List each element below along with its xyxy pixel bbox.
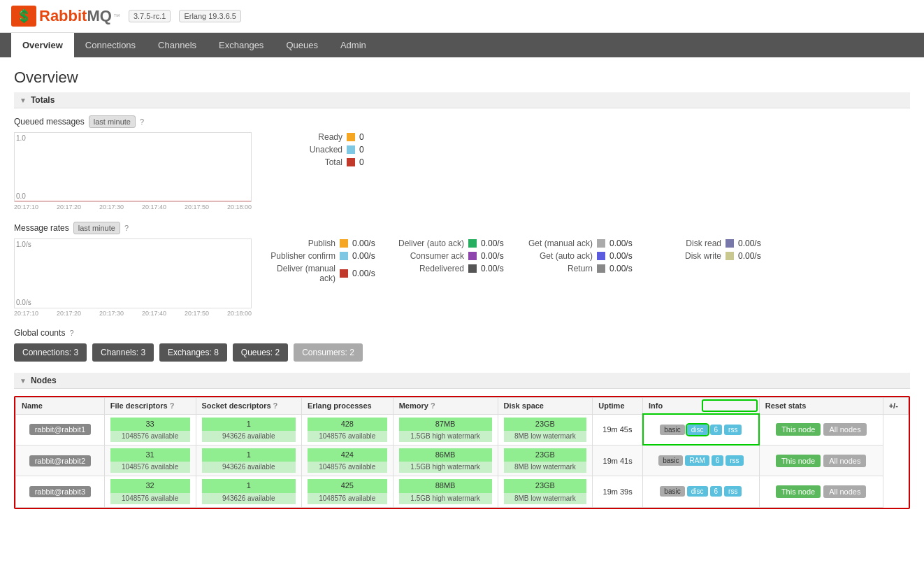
rate-pub-confirm-dot [340, 252, 348, 260]
all-nodes-btn[interactable]: All nodes [823, 455, 866, 467]
reset-buttons: This node All nodes [776, 455, 867, 467]
info-rss-btn[interactable]: rss [726, 455, 743, 466]
info-type-btn[interactable]: disc [687, 486, 708, 497]
chart-y-top: 1.0 [16, 134, 26, 142]
stat-total-value: 0 [359, 157, 364, 167]
rate-redelivered: Redelivered 0.00/s [394, 264, 509, 273]
nodes-tbody: rabbit@rabbit1 33 1048576 available 1 94… [16, 414, 909, 507]
rtime-0: 20:17:10 [14, 310, 38, 317]
rates-chart-y-bottom: 0.0/s [16, 299, 31, 306]
logo-icon: 💲 [11, 6, 36, 27]
global-counts-help[interactable]: ? [69, 329, 73, 337]
memory-sub: 1.5GB high watermark [399, 493, 492, 504]
erlang-main: 424 [308, 448, 387, 462]
info-rss-btn[interactable]: rss [724, 425, 742, 435]
rates-time-badge[interactable]: last minute [73, 222, 120, 234]
info-6-btn[interactable]: 6 [712, 455, 724, 466]
time-5: 20:18:00 [227, 204, 252, 211]
chart-y-bottom: 0.0 [16, 192, 26, 200]
info-6-btn[interactable]: 6 [710, 486, 723, 497]
rate-get-auto-value: 0.00/s [609, 251, 637, 261]
info-6-btn[interactable]: 6 [710, 425, 723, 435]
time-2: 20:17:30 [99, 204, 124, 211]
consumers-count-btn[interactable]: Consumers: 2 [294, 343, 363, 362]
queued-help[interactable]: ? [140, 117, 144, 126]
info-type-btn[interactable]: disc [687, 425, 708, 435]
reset-stats-cell: This node All nodes [759, 445, 883, 476]
nav-channels[interactable]: Channels [147, 33, 208, 57]
info-rss-btn[interactable]: rss [724, 486, 742, 497]
rates-help[interactable]: ? [124, 224, 129, 232]
exchanges-count-btn[interactable]: Exchanges: 8 [159, 343, 227, 362]
socket-desc-cell: 1 943626 available [196, 414, 301, 445]
memory-sub: 1.5GB high watermark [399, 462, 492, 473]
queues-count-btn[interactable]: Queues: 2 [233, 343, 288, 362]
this-node-btn[interactable]: This node [776, 423, 821, 436]
nav-queues[interactable]: Queues [275, 33, 329, 57]
rate-return-value: 0.00/s [609, 264, 637, 273]
stat-ready-dot [347, 133, 355, 141]
totals-stats: Ready 0 Unacked 0 Total 0 [266, 132, 364, 167]
col-name: Name [16, 398, 105, 415]
socket-desc-main: 1 [202, 418, 296, 431]
time-1: 20:17:20 [57, 204, 81, 211]
rate-consumer-ack: Consumer ack 0.00/s [394, 251, 509, 261]
node-name-btn[interactable]: rabbit@rabbit1 [29, 424, 91, 435]
rate-consumer-ack-dot [468, 252, 477, 260]
stat-ready-value: 0 [359, 132, 364, 142]
file-desc-sub: 1048576 available [110, 493, 190, 504]
channels-count-btn[interactable]: Channels: 3 [92, 343, 154, 362]
time-badge[interactable]: last minute [89, 115, 136, 128]
connections-count-btn[interactable]: Connections: 3 [14, 343, 87, 362]
socket-desc-sub: 943626 available [202, 493, 296, 504]
col-memory: Memory ? [393, 398, 498, 415]
node-name-btn[interactable]: rabbit@rabbit3 [29, 486, 91, 497]
file-desc-sub: 1048576 available [110, 462, 190, 473]
all-nodes-btn[interactable]: All nodes [823, 485, 866, 498]
erlang-main: 425 [308, 479, 387, 492]
rate-disk-write: Disk write 0.00/s [651, 251, 766, 261]
erlang-cell: 425 1048576 available [301, 476, 393, 507]
reset-buttons: This node All nodes [776, 423, 867, 436]
nav-overview[interactable]: Overview [11, 33, 74, 57]
nodes-section: ▼ Nodes Name File descriptors ? Socket d… [14, 373, 910, 509]
nav-connections[interactable]: Connections [74, 33, 147, 57]
info-cell: basic disc 6 rss [643, 476, 760, 507]
stat-unacked: Unacked 0 [266, 145, 364, 155]
totals-chart-row: 1.0 0.0 20:17:10 20:17:20 20:17:30 20:17… [14, 132, 910, 211]
nodes-table-wrapper: Name File descriptors ? Socket descripto… [14, 396, 910, 509]
socket-desc-sub: 943626 available [202, 431, 296, 442]
col-socket-desc: Socket descriptors ? [196, 398, 301, 415]
nav-exchanges[interactable]: Exchanges [208, 33, 275, 57]
file-desc-cell: 31 1048576 available [104, 445, 196, 476]
info-cell: basic RAM 6 rss [643, 445, 760, 476]
nodes-header-row: Name File descriptors ? Socket descripto… [16, 398, 909, 415]
totals-toggle[interactable]: ▼ [20, 97, 27, 104]
nodes-thead: Name File descriptors ? Socket descripto… [16, 398, 909, 415]
file-desc-main: 31 [110, 448, 190, 462]
nodes-title: Nodes [31, 376, 57, 385]
nav-admin[interactable]: Admin [329, 33, 377, 57]
memory-cell: 88MB 1.5GB high watermark [393, 476, 498, 507]
rate-disk-read-label: Disk read [651, 238, 721, 248]
nodes-toggle[interactable]: ▼ [20, 377, 27, 385]
this-node-btn[interactable]: This node [776, 455, 821, 467]
col-plus-minus[interactable]: +/- [883, 398, 908, 415]
rate-get-manual-label: Get (manual ack) [523, 238, 593, 248]
node-name-btn[interactable]: rabbit@rabbit2 [29, 455, 91, 466]
totals-chart-wrapper: 1.0 0.0 20:17:10 20:17:20 20:17:30 20:17… [14, 132, 252, 211]
info-basic-btn[interactable]: basic [660, 486, 684, 497]
stat-unacked-label: Unacked [266, 145, 342, 155]
col-info: Info [643, 398, 760, 415]
stat-total-label: Total [266, 157, 342, 167]
this-node-btn[interactable]: This node [776, 485, 821, 498]
rate-return-dot [597, 264, 605, 273]
info-basic-btn[interactable]: basic [658, 455, 683, 466]
stat-unacked-dot [347, 145, 355, 154]
info-type-btn[interactable]: RAM [685, 455, 709, 466]
all-nodes-btn[interactable]: All nodes [823, 423, 866, 436]
file-desc-sub: 1048576 available [110, 431, 190, 442]
info-basic-btn[interactable]: basic [660, 425, 684, 435]
totals-title: Totals [31, 95, 55, 105]
rate-deliver-manual-dot [340, 269, 348, 278]
